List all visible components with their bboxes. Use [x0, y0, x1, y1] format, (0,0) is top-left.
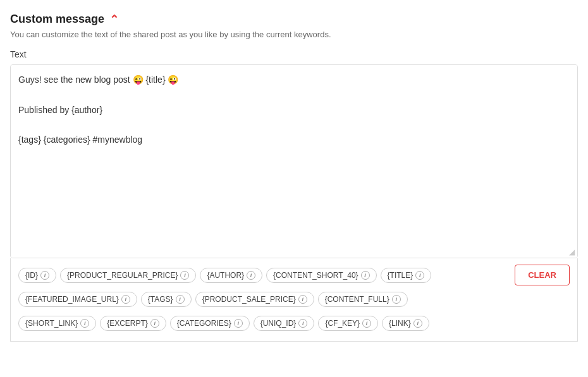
keyword-chip-short-link[interactable]: {SHORT_LINK} i	[18, 316, 96, 331]
keyword-chip-cf-key[interactable]: {CF_KEY} i	[318, 316, 378, 331]
resize-icon: ◢	[569, 248, 575, 256]
keyword-label: {CONTENT_FULL}	[325, 295, 389, 304]
keyword-chip-featured-image-url[interactable]: {FEATURED_IMAGE_URL} i	[18, 292, 137, 307]
keyword-chip-product-sale-price[interactable]: {PRODUCT_SALE_PRICE} i	[195, 292, 314, 307]
keyword-label: {TAGS}	[148, 295, 173, 304]
keywords-row-2: {FEATURED_IMAGE_URL} i {TAGS} i {PRODUCT…	[18, 289, 570, 309]
keyword-chip-tags[interactable]: {TAGS} i	[141, 292, 192, 307]
section-header: Custom message ⌃	[10, 13, 578, 26]
keyword-label: {CATEGORIES}	[177, 319, 231, 328]
keyword-chip-categories[interactable]: {CATEGORIES} i	[170, 316, 250, 331]
info-icon[interactable]: i	[362, 319, 371, 328]
message-textarea[interactable]: Guys! see the new blog post 😜 {title} 😜 …	[18, 73, 570, 237]
keyword-label: {TITLE}	[388, 271, 413, 280]
clear-button[interactable]: CLEAR	[515, 265, 570, 285]
keywords-row-3: {SHORT_LINK} i {EXCERPT} i {CATEGORIES} …	[18, 313, 570, 333]
chevron-up-icon[interactable]: ⌃	[109, 14, 119, 25]
info-icon[interactable]: i	[40, 271, 49, 280]
info-icon[interactable]: i	[415, 271, 424, 280]
info-icon[interactable]: i	[298, 295, 307, 304]
keyword-chip-title[interactable]: {TITLE} i	[381, 268, 432, 283]
text-label: Text	[10, 49, 578, 59]
section-title: Custom message	[10, 13, 104, 26]
keyword-chip-uniq-id[interactable]: {UNIQ_ID} i	[254, 316, 315, 331]
keyword-chip-link[interactable]: {LINK} i	[382, 316, 429, 331]
info-icon[interactable]: i	[392, 295, 401, 304]
keyword-label: {PRODUCT_REGULAR_PRICE}	[67, 271, 178, 280]
keyword-label: {ID}	[25, 271, 38, 280]
keyword-label: {FEATURED_IMAGE_URL}	[25, 295, 119, 304]
textarea-resize-bar: ◢	[11, 246, 577, 258]
info-icon[interactable]: i	[247, 271, 255, 280]
info-icon[interactable]: i	[150, 319, 159, 328]
keyword-label: {LINK}	[389, 319, 411, 328]
keywords-row-1: {ID} i {PRODUCT_REGULAR_PRICE} i {AUTHOR…	[18, 265, 570, 285]
keyword-label: {PRODUCT_SALE_PRICE}	[202, 295, 296, 304]
keyword-chip-content-full[interactable]: {CONTENT_FULL} i	[318, 292, 408, 307]
info-icon[interactable]: i	[176, 295, 185, 304]
info-icon[interactable]: i	[121, 295, 130, 304]
keyword-label: {CF_KEY}	[325, 319, 360, 328]
keyword-chip-content-short-40[interactable]: {CONTENT_SHORT_40} i	[266, 268, 377, 283]
keyword-label: {SHORT_LINK}	[25, 319, 78, 328]
textarea-wrapper: Guys! see the new blog post 😜 {title} 😜 …	[10, 64, 578, 258]
info-icon[interactable]: i	[80, 319, 89, 328]
info-icon[interactable]: i	[361, 271, 370, 280]
info-icon[interactable]: i	[234, 319, 243, 328]
keyword-chip-author[interactable]: {AUTHOR} i	[200, 268, 262, 283]
info-icon[interactable]: i	[180, 271, 189, 280]
keyword-label: {AUTHOR}	[207, 271, 244, 280]
info-icon[interactable]: i	[413, 319, 422, 328]
keyword-chip-excerpt[interactable]: {EXCERPT} i	[100, 316, 166, 331]
page-container: Custom message ⌃ You can customize the t…	[0, 0, 588, 377]
keyword-label: {EXCERPT}	[107, 319, 148, 328]
keyword-label: {UNIQ_ID}	[260, 319, 297, 328]
info-icon[interactable]: i	[298, 319, 307, 328]
keyword-chip-product-regular-price[interactable]: {PRODUCT_REGULAR_PRICE} i	[60, 268, 196, 283]
textarea-inner: Guys! see the new blog post 😜 {title} 😜 …	[11, 65, 577, 246]
keywords-area: {ID} i {PRODUCT_REGULAR_PRICE} i {AUTHOR…	[10, 258, 578, 342]
keyword-label: {CONTENT_SHORT_40}	[273, 271, 358, 280]
keyword-chip-id[interactable]: {ID} i	[18, 268, 56, 283]
section-description: You can customize the text of the shared…	[10, 30, 578, 39]
